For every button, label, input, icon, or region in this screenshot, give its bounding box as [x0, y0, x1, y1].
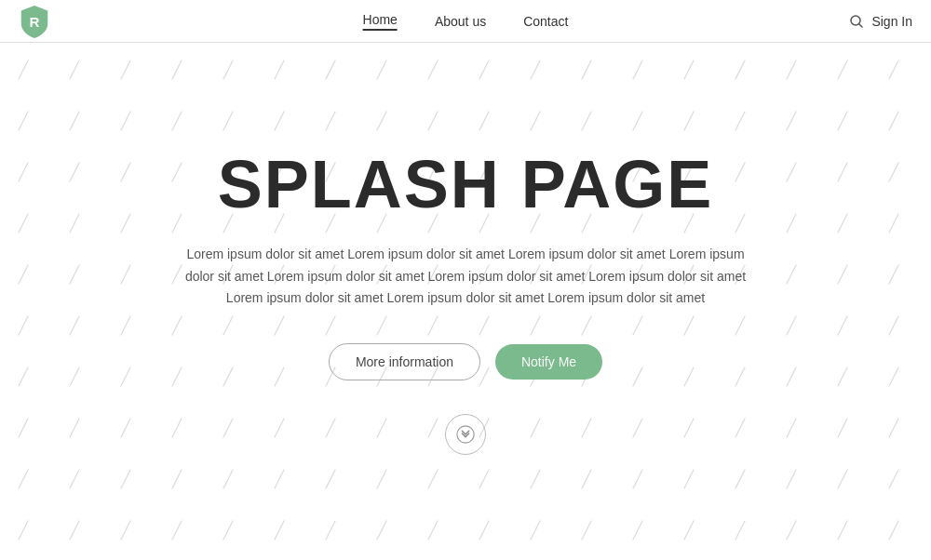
nav-contact[interactable]: Contact — [523, 14, 568, 29]
more-information-button[interactable]: More information — [329, 343, 480, 380]
svg-text:R: R — [30, 13, 40, 29]
scroll-down-button[interactable] — [445, 414, 486, 455]
search-icon[interactable] — [849, 14, 864, 29]
navbar: R Home About us Contact Sign In — [0, 0, 931, 43]
splash-title: SPLASH PAGE — [218, 148, 714, 221]
main-content: SPLASH PAGE Lorem ipsum dolor sit amet L… — [0, 43, 931, 560]
signin-link[interactable]: Sign In — [871, 14, 912, 29]
nav-about[interactable]: About us — [435, 14, 486, 29]
splash-description: Lorem ipsum dolor sit amet Lorem ipsum d… — [177, 244, 754, 310]
navbar-left: R — [19, 4, 50, 39]
notify-me-button[interactable]: Notify Me — [495, 344, 602, 380]
navbar-center: Home About us Contact — [363, 12, 569, 31]
logo-shield: R — [19, 4, 50, 39]
nav-home[interactable]: Home — [363, 12, 398, 31]
svg-line-5 — [859, 23, 863, 27]
buttons-row: More information Notify Me — [329, 343, 602, 380]
navbar-right: Sign In — [849, 14, 912, 29]
chevron-down-icon — [455, 424, 476, 445]
